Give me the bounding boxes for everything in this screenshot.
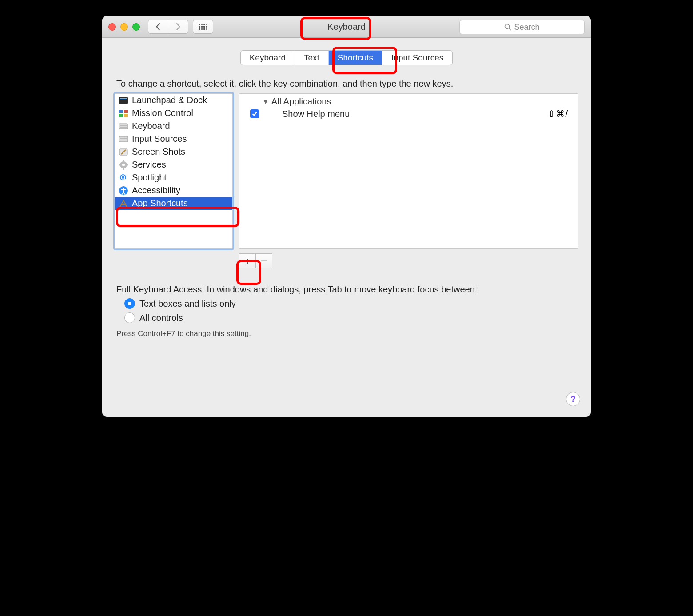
- add-remove-buttons: ＋ −: [239, 253, 578, 268]
- window-title: Keyboard: [327, 22, 366, 32]
- zoom-window-button[interactable]: [132, 23, 140, 31]
- appshortcuts-icon: [119, 199, 128, 208]
- footer-hint: Press Control+F7 to change this setting.: [116, 329, 577, 338]
- chevron-right-icon: [175, 23, 181, 31]
- shortcut-keys[interactable]: ⇧⌘/: [548, 108, 568, 119]
- keyboard-icon: [119, 121, 128, 131]
- svg-rect-11: [119, 136, 128, 142]
- category-label: Accessibility: [132, 185, 180, 196]
- svg-rect-7: [124, 114, 128, 117]
- svg-rect-3: [120, 98, 127, 99]
- search-icon: [504, 24, 511, 31]
- radio-option-1[interactable]: All controls: [124, 312, 577, 323]
- category-accessibility[interactable]: Accessibility: [115, 184, 232, 197]
- keyboard-icon: [119, 134, 128, 144]
- svg-rect-8: [119, 124, 128, 129]
- screenshot-icon: [119, 147, 128, 157]
- tab-input-sources[interactable]: Input Sources: [382, 51, 452, 65]
- shortcut-label: Show Help menu: [282, 109, 542, 119]
- show-all-button[interactable]: [193, 20, 213, 34]
- launchpad-icon: [119, 96, 128, 105]
- category-launchpad-dock[interactable]: Launchpad & Dock: [115, 94, 232, 107]
- category-label: Launchpad & Dock: [132, 95, 207, 105]
- search-input[interactable]: Search: [459, 20, 585, 34]
- category-services[interactable]: Services: [115, 158, 232, 171]
- category-label: Screen Shots: [132, 147, 185, 157]
- radio-button[interactable]: [124, 312, 135, 323]
- svg-line-1: [509, 28, 511, 31]
- minimize-window-button[interactable]: [120, 23, 128, 31]
- back-button[interactable]: [148, 20, 168, 33]
- radio-option-0[interactable]: Text boxes and lists only: [124, 298, 577, 309]
- grid-icon: [199, 24, 207, 30]
- radio-button[interactable]: [124, 298, 135, 309]
- shortcuts-panel: To change a shortcut, select it, click t…: [115, 79, 578, 338]
- forward-button[interactable]: [168, 20, 188, 33]
- radio-label: All controls: [139, 313, 183, 323]
- instruction-text: To change a shortcut, select it, click t…: [116, 79, 577, 89]
- category-mission-control[interactable]: Mission Control: [115, 107, 232, 120]
- category-label: Input Sources: [132, 134, 187, 144]
- svg-point-16: [122, 164, 125, 166]
- footer: Full Keyboard Access: In windows and dia…: [116, 284, 577, 338]
- svg-point-25: [123, 188, 124, 189]
- services-icon: [119, 160, 128, 170]
- window-controls: [108, 23, 140, 31]
- category-keyboard[interactable]: Keyboard: [115, 120, 232, 132]
- help-button[interactable]: ?: [566, 392, 580, 406]
- nav-back-forward: [148, 20, 188, 34]
- chevron-left-icon: [155, 23, 161, 31]
- close-window-button[interactable]: [108, 23, 116, 31]
- category-label: Spotlight: [132, 172, 167, 183]
- svg-point-0: [505, 24, 510, 29]
- spotlight-icon: [119, 173, 128, 183]
- tab-shortcuts[interactable]: Shortcuts: [328, 51, 382, 65]
- svg-line-23: [124, 179, 126, 180]
- titlebar: Keyboard Search: [102, 16, 591, 38]
- preferences-window: Keyboard Search KeyboardTextShortcutsInp…: [102, 16, 591, 417]
- tab-text[interactable]: Text: [295, 51, 328, 65]
- mission-icon: [119, 108, 128, 118]
- category-screen-shots[interactable]: Screen Shots: [115, 145, 232, 158]
- remove-button: −: [256, 253, 272, 268]
- svg-rect-5: [124, 110, 128, 113]
- category-list[interactable]: Launchpad & DockMission ControlKeyboardI…: [115, 93, 233, 249]
- group-name: All Applications: [271, 96, 331, 107]
- tab-bar: KeyboardTextShortcutsInput Sources: [102, 50, 591, 65]
- footer-heading: Full Keyboard Access: In windows and dia…: [116, 284, 577, 295]
- search-placeholder: Search: [514, 23, 539, 32]
- category-label: App Shortcuts: [132, 198, 188, 208]
- disclosure-triangle-icon[interactable]: ▼: [263, 98, 269, 105]
- accessibility-icon: [119, 186, 128, 196]
- group-header[interactable]: ▼ All Applications: [263, 96, 573, 107]
- add-button[interactable]: ＋: [239, 253, 256, 268]
- svg-rect-4: [119, 110, 123, 113]
- category-app-shortcuts[interactable]: App Shortcuts: [115, 197, 232, 210]
- shortcut-row[interactable]: Show Help menu⇧⌘/: [245, 108, 573, 119]
- category-label: Keyboard: [132, 121, 170, 131]
- shortcut-checkbox[interactable]: [250, 109, 259, 118]
- tab-keyboard[interactable]: Keyboard: [241, 51, 295, 65]
- category-spotlight[interactable]: Spotlight: [115, 171, 232, 184]
- svg-rect-6: [119, 114, 123, 117]
- category-label: Services: [132, 160, 166, 170]
- category-label: Mission Control: [132, 108, 193, 118]
- radio-label: Text boxes and lists only: [139, 299, 236, 309]
- category-input-sources[interactable]: Input Sources: [115, 132, 232, 145]
- shortcut-detail-list[interactable]: ▼ All Applications Show Help menu⇧⌘/: [239, 93, 578, 249]
